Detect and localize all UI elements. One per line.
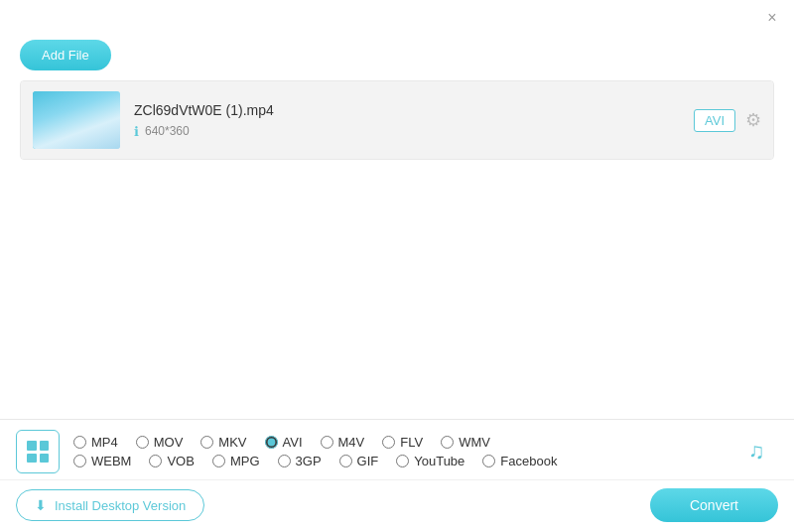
download-icon: ⬇ [35,497,47,513]
file-actions: AVI ⚙ [694,109,761,132]
format-row-1: MP4 MOV MKV AVI [73,435,734,450]
format-label-3gp: 3GP [296,454,322,468]
close-button[interactable]: × [762,8,782,28]
format-option-3gp[interactable]: 3GP [278,454,322,468]
convert-button[interactable]: Convert [650,488,778,522]
format-option-webm[interactable]: WEBM [73,454,131,468]
audio-format-icon[interactable]: ♫ [734,430,778,473]
file-name: ZCl69dVtW0E (1).mp4 [134,102,694,118]
file-list: ZCl69dVtW0E (1).mp4 ℹ 640*360 AVI ⚙ [20,80,774,160]
format-option-mp4[interactable]: MP4 [73,435,118,450]
format-option-gif[interactable]: GIF [339,454,379,468]
format-label-wmv: WMV [459,435,490,450]
format-label-mkv: MKV [218,435,246,450]
header: Add File [0,36,794,80]
format-label-flv: FLV [400,435,423,450]
file-thumbnail [33,91,120,149]
bottom-toolbar: MP4 MOV MKV AVI [0,419,794,532]
settings-icon[interactable]: ⚙ [745,109,761,131]
format-label-youtube: YouTube [414,454,464,468]
format-option-vob[interactable]: VOB [149,454,194,468]
install-desktop-button[interactable]: ⬇ Install Desktop Version [16,489,204,521]
format-label-gif: GIF [357,454,379,468]
format-selector: MP4 MOV MKV AVI [0,420,794,479]
action-bar: ⬇ Install Desktop Version Convert [0,479,794,532]
format-option-facebook[interactable]: Facebook [482,454,557,468]
file-resolution: 640*360 [145,124,190,138]
file-meta: ℹ 640*360 [134,124,694,139]
thumbnail-image [33,91,120,149]
format-row-2: WEBM VOB MPG 3GP [73,454,734,468]
file-info: ZCl69dVtW0E (1).mp4 ℹ 640*360 [134,102,694,139]
grid-icon [27,441,49,463]
video-format-icon[interactable] [16,430,60,473]
music-icon: ♫ [748,439,765,465]
info-icon[interactable]: ℹ [134,124,139,139]
format-option-mpg[interactable]: MPG [212,454,260,468]
title-bar: × [0,0,794,36]
format-option-flv[interactable]: FLV [382,435,423,450]
format-label-vob: VOB [167,454,194,468]
format-options: MP4 MOV MKV AVI [73,435,734,468]
format-label-avi: AVI [283,435,303,450]
format-label-facebook: Facebook [500,454,557,468]
format-option-avi[interactable]: AVI [265,435,303,450]
format-label-mov: MOV [154,435,184,450]
format-option-m4v[interactable]: M4V [321,435,365,450]
format-badge[interactable]: AVI [694,109,735,132]
format-option-mov[interactable]: MOV [136,435,184,450]
format-label-mpg: MPG [230,454,260,468]
format-option-wmv[interactable]: WMV [441,435,490,450]
install-label: Install Desktop Version [55,498,186,513]
file-item: ZCl69dVtW0E (1).mp4 ℹ 640*360 AVI ⚙ [21,81,773,159]
add-file-button[interactable]: Add File [20,40,111,70]
format-label-webm: WEBM [91,454,131,468]
app-window: × Add File ZCl69dVtW0E (1).mp4 ℹ 640*360… [0,0,794,532]
format-option-youtube[interactable]: YouTube [396,454,464,468]
format-option-mkv[interactable]: MKV [200,435,246,450]
format-label-m4v: M4V [338,435,365,450]
format-label-mp4: MP4 [91,435,118,450]
